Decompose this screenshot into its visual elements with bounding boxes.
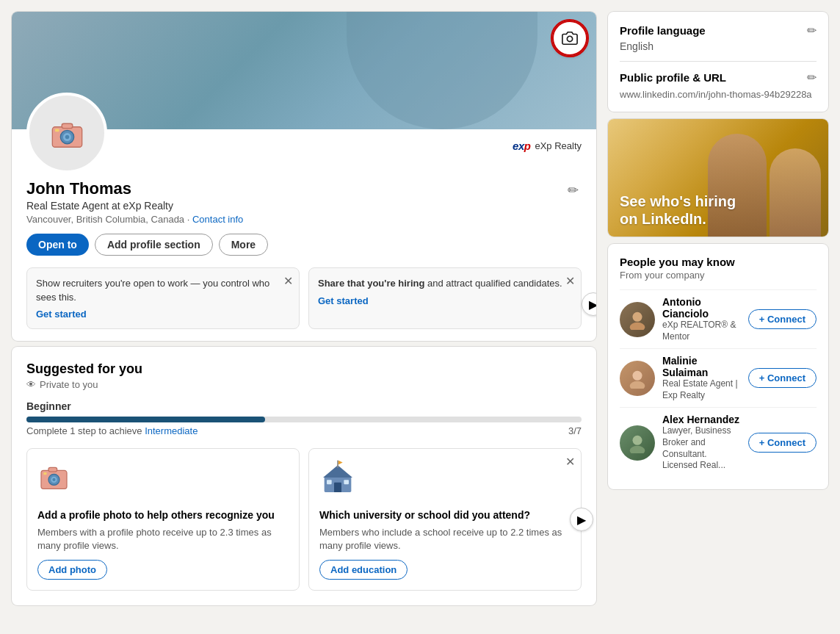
profile-actions: Open to Add profile section More bbox=[12, 225, 596, 267]
hiring-close-button[interactable]: ✕ bbox=[565, 274, 575, 288]
photo-card-icon bbox=[37, 459, 289, 502]
public-profile-title: Public profile & URL bbox=[620, 71, 726, 84]
svg-rect-11 bbox=[48, 467, 57, 472]
person-3-avatar bbox=[620, 425, 655, 461]
company-logo-area: exp eXp Realty bbox=[513, 140, 582, 152]
person-3-name: Alex Hernandez bbox=[662, 414, 741, 425]
person-1-avatar bbox=[620, 302, 655, 337]
person-3-role: Lawyer, Business Broker and Consultant. … bbox=[662, 425, 741, 471]
svg-rect-18 bbox=[337, 460, 338, 467]
person-3-info: Alex Hernandez Lawyer, Business Broker a… bbox=[662, 414, 741, 471]
person-2-connect-button[interactable]: + Connect bbox=[748, 368, 817, 388]
svg-point-4 bbox=[65, 134, 69, 139]
person-1-role: eXp REALTOR® & Mentor bbox=[662, 320, 741, 342]
progress-bar bbox=[26, 417, 582, 422]
profile-language-title: Profile language bbox=[620, 24, 706, 37]
mini-cards-row: Add a profile photo to help others recog… bbox=[26, 448, 582, 591]
svg-rect-17 bbox=[344, 480, 349, 484]
suggested-title: Suggested for you bbox=[26, 361, 582, 377]
progress-bar-fill bbox=[26, 417, 265, 422]
profile-language-value: English bbox=[620, 40, 817, 52]
photo-icon bbox=[37, 459, 74, 496]
profile-photo-icon bbox=[47, 113, 87, 154]
hiring-banner: ✕ Share that you're hiring and attract q… bbox=[308, 267, 582, 328]
person-2-avatar bbox=[620, 361, 655, 396]
banner-row: ✕ Show recruiters you're open to work — … bbox=[12, 267, 596, 340]
add-photo-card-title: Add a profile photo to help others recog… bbox=[37, 508, 289, 522]
add-photo-card-desc: Members with a profile photo receive up … bbox=[37, 526, 289, 552]
profile-name: John Thomas bbox=[26, 179, 243, 198]
add-education-button[interactable]: Add education bbox=[319, 560, 408, 580]
progress-meta: Complete 1 step to achieve Intermediate … bbox=[26, 425, 582, 436]
ad-headline-line2: on LinkedIn. bbox=[620, 210, 736, 228]
person-1-info: Antonio Cianciolo eXp REALTOR® & Mentor bbox=[662, 296, 741, 342]
ad-banner-text: See who's hiring on LinkedIn. bbox=[620, 192, 736, 228]
add-photo-card: Add a profile photo to help others recog… bbox=[26, 448, 300, 591]
people-section-title: People you may know bbox=[620, 256, 817, 268]
profile-card: exp eXp Realty John Thomas Real Estate A… bbox=[12, 12, 596, 341]
public-profile-url: www.linkedin.com/in/john-thomas-94b29228… bbox=[620, 89, 817, 100]
profile-avatar-section bbox=[26, 93, 107, 173]
profile-title: Real Estate Agent at eXp Realty bbox=[26, 200, 243, 212]
svg-point-0 bbox=[567, 36, 572, 41]
company-logo-text: exp bbox=[513, 140, 530, 152]
school-card-icon bbox=[319, 459, 571, 502]
cover-shape-decoration bbox=[347, 12, 537, 129]
person-row: Alex Hernandez Lawyer, Business Broker a… bbox=[620, 407, 817, 477]
svg-point-22 bbox=[632, 371, 642, 381]
progress-caption: Complete 1 step to achieve Intermediate bbox=[26, 425, 198, 436]
person-1-avatar-icon bbox=[627, 309, 648, 330]
contact-info-link[interactable]: Contact info bbox=[192, 214, 243, 225]
svg-point-21 bbox=[630, 322, 645, 329]
people-subtitle: From your company bbox=[620, 270, 817, 281]
open-to-work-banner: ✕ Show recruiters you're open to work — … bbox=[26, 267, 300, 328]
camera-icon bbox=[562, 30, 578, 46]
open-to-work-close-button[interactable]: ✕ bbox=[283, 274, 293, 288]
add-profile-section-button[interactable]: Add profile section bbox=[95, 234, 213, 256]
svg-point-25 bbox=[630, 445, 645, 453]
profile-language-edit-button[interactable]: ✏ bbox=[807, 24, 817, 37]
svg-rect-5 bbox=[62, 123, 73, 128]
svg-point-10 bbox=[52, 478, 55, 481]
intermediate-link[interactable]: Intermediate bbox=[145, 425, 198, 436]
cover-photo-edit-button[interactable] bbox=[552, 21, 587, 56]
profile-avatar bbox=[26, 93, 107, 173]
mini-cards-next-arrow[interactable]: ▶ bbox=[570, 508, 593, 531]
banner-next-arrow[interactable]: ▶ bbox=[582, 292, 596, 316]
ad-card: See who's hiring on LinkedIn. bbox=[608, 119, 828, 237]
add-education-card: ✕ bbox=[308, 448, 582, 591]
progress-count: 3/7 bbox=[568, 425, 582, 436]
profile-edit-button[interactable]: ✏ bbox=[565, 179, 582, 201]
open-to-button[interactable]: Open to bbox=[26, 234, 89, 256]
svg-rect-6 bbox=[55, 129, 59, 132]
add-photo-button[interactable]: Add photo bbox=[37, 560, 107, 580]
profile-location: Vancouver, British Columbia, Canada · Co… bbox=[26, 214, 243, 225]
person-2-avatar-icon bbox=[627, 368, 648, 389]
hiring-banner-text: Share that you're hiring and attract qua… bbox=[318, 277, 572, 290]
person-row: Malinie Sulaiman Real Estate Agent | Exp… bbox=[620, 348, 817, 407]
person-1-name: Antonio Cianciolo bbox=[662, 296, 741, 320]
add-education-close-button[interactable]: ✕ bbox=[565, 455, 575, 469]
svg-rect-12 bbox=[43, 472, 46, 475]
progress-section: Beginner Complete 1 step to achieve Inte… bbox=[26, 400, 582, 436]
public-profile-edit-button[interactable]: ✏ bbox=[807, 71, 817, 84]
people-you-may-know-card: People you may know From your company An… bbox=[608, 244, 828, 489]
person-2-name: Malinie Sulaiman bbox=[662, 355, 741, 378]
person-3-connect-button[interactable]: + Connect bbox=[748, 433, 817, 453]
suggested-card: Suggested for you 👁 Private to you Begin… bbox=[12, 347, 596, 606]
open-to-work-get-started-link[interactable]: Get started bbox=[36, 309, 290, 320]
add-education-card-title: Which university or school did you atten… bbox=[319, 508, 571, 522]
person-3-avatar-icon bbox=[627, 433, 648, 453]
profile-info: John Thomas Real Estate Agent at eXp Rea… bbox=[12, 173, 596, 225]
person-1-connect-button[interactable]: + Connect bbox=[748, 309, 817, 329]
ad-banner: See who's hiring on LinkedIn. bbox=[608, 119, 828, 237]
svg-rect-15 bbox=[334, 482, 341, 491]
svg-point-23 bbox=[630, 381, 645, 389]
hiring-get-started-link[interactable]: Get started bbox=[318, 295, 572, 306]
person-2-info: Malinie Sulaiman Real Estate Agent | Exp… bbox=[662, 355, 741, 401]
svg-point-20 bbox=[632, 311, 642, 321]
svg-point-24 bbox=[632, 435, 642, 444]
more-button[interactable]: More bbox=[219, 234, 268, 256]
sidebar-divider-1 bbox=[620, 61, 817, 62]
open-to-work-banner-text: Show recruiters you're open to work — yo… bbox=[36, 277, 290, 303]
